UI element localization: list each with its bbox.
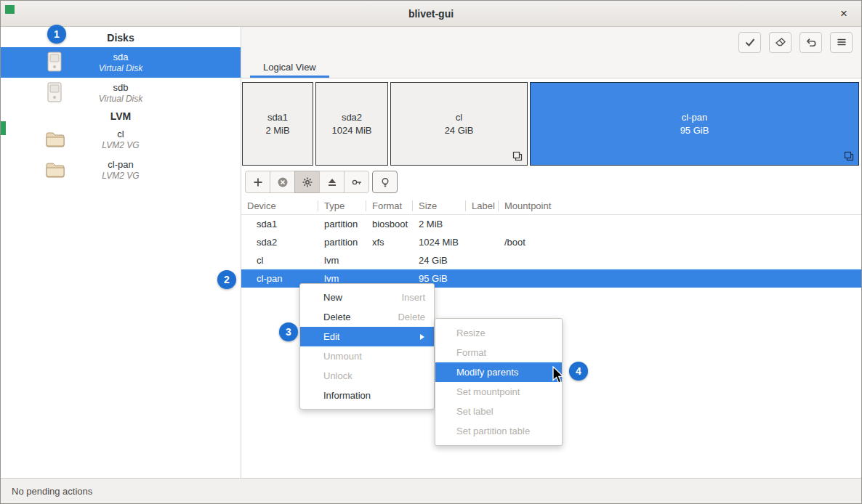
- unmount-button[interactable]: [319, 171, 345, 193]
- cell-device: cl: [241, 255, 318, 266]
- app-body: Disks sda Virtual Disk sdb Virtual Disk …: [1, 27, 861, 478]
- block-name: sda1: [267, 112, 288, 123]
- device-actions-toolbar: [241, 166, 861, 198]
- undo-icon: [805, 36, 817, 48]
- column-header-device[interactable]: Device: [241, 198, 318, 214]
- device-subtitle: Virtual Disk: [1, 63, 241, 73]
- lvm-section-header: LVM: [1, 108, 241, 124]
- annotation-badge-4: 4: [569, 362, 588, 381]
- menu-item-label: Unlock: [323, 370, 353, 381]
- clear-actions-button[interactable]: [769, 32, 791, 53]
- edit-submenu: Resize Format Modify parents Set mountpo…: [435, 318, 563, 446]
- folder-icon: [46, 131, 65, 147]
- menu-item-unmount: Unmount: [300, 346, 434, 366]
- apply-actions-button[interactable]: [738, 32, 761, 53]
- menu-item-delete[interactable]: Delete Delete: [300, 307, 434, 327]
- titlebar[interactable]: blivet-gui ×: [1, 1, 861, 27]
- remove-circle-icon: [277, 176, 289, 188]
- partition-visualization: sda1 2 MiB sda2 1024 MiB cl 24 GiB: [241, 78, 861, 166]
- submenu-item-set-label: Set label: [435, 402, 562, 421]
- delete-device-button[interactable]: [270, 171, 295, 193]
- desktop-fragment: [1, 121, 6, 135]
- menu-item-label: Set label: [456, 406, 494, 417]
- block-size: 95 GiB: [680, 125, 709, 136]
- menu-item-label: Set mountpoint: [456, 386, 520, 397]
- sidebar-item-cl-pan[interactable]: cl-pan LVM2 VG: [1, 155, 241, 185]
- cell-device: sda1: [241, 219, 318, 229]
- view-tabbar: Logical View: [241, 57, 861, 78]
- menu-shortcut: Delete: [398, 312, 425, 322]
- menu-item-label: New: [323, 292, 342, 303]
- cell-size: 95 GiB: [413, 273, 466, 284]
- app-window: blivet-gui × Disks sda Virtual Disk sdb …: [0, 0, 862, 504]
- submenu-item-modify-parents[interactable]: Modify parents: [435, 362, 562, 382]
- block-name: sda2: [342, 112, 362, 123]
- gear-icon: [302, 176, 313, 188]
- menu-item-label: Information: [323, 390, 371, 401]
- plus-icon: [252, 176, 264, 188]
- undo-button[interactable]: [799, 32, 822, 53]
- submenu-item-resize: Resize: [435, 323, 562, 343]
- cell-size: 1024 MiB: [413, 237, 466, 248]
- tab-logical-view[interactable]: Logical View: [250, 57, 329, 78]
- sidebar-item-cl[interactable]: cl LVM2 VG: [1, 124, 241, 155]
- window-title: blivet-gui: [408, 8, 454, 20]
- device-name: cl: [1, 129, 241, 139]
- menu-item-information[interactable]: Information: [300, 386, 434, 405]
- disks-section-header: Disks: [1, 27, 241, 47]
- partition-block-sda2[interactable]: sda2 1024 MiB: [315, 82, 388, 166]
- statusbar: No pending actions: [1, 478, 861, 503]
- menu-item-label: Resize: [456, 328, 486, 338]
- device-subtitle: Virtual Disk: [1, 94, 241, 104]
- menu-item-label: Format: [456, 347, 486, 358]
- menu-item-label: Delete: [323, 312, 351, 322]
- cell-format: biosboot: [366, 219, 413, 229]
- submenu-item-format: Format: [435, 343, 562, 362]
- block-size: 24 GiB: [445, 125, 474, 136]
- column-header-label[interactable]: Label: [466, 198, 499, 214]
- hamburger-menu-icon: [836, 36, 847, 48]
- menu-item-new[interactable]: New Insert: [300, 288, 434, 307]
- edit-device-button[interactable]: [294, 171, 320, 193]
- disk-icon: [46, 82, 63, 104]
- device-name: sda: [1, 52, 241, 62]
- check-icon: [744, 36, 756, 48]
- unlock-button[interactable]: [344, 171, 369, 193]
- sidebar-item-sdb[interactable]: sdb Virtual Disk: [1, 78, 241, 108]
- app-menu-button[interactable]: [830, 32, 853, 53]
- table-header-row: Device Type Format Size Label Mountpoint: [241, 198, 861, 215]
- block-name: cl: [456, 112, 462, 123]
- sidebar-item-sda[interactable]: sda Virtual Disk: [1, 47, 241, 78]
- cell-size: 2 MiB: [413, 219, 466, 229]
- menu-item-label: Edit: [323, 331, 339, 342]
- disk-icon: [46, 52, 63, 73]
- desktop-fragment: [5, 5, 15, 14]
- main-toolbar: [241, 27, 861, 57]
- block-size: 1024 MiB: [332, 125, 372, 136]
- cell-format: xfs: [366, 237, 413, 248]
- cell-mountpoint: /boot: [499, 237, 861, 248]
- info-button[interactable]: [372, 171, 398, 193]
- column-header-type[interactable]: Type: [318, 198, 366, 214]
- column-header-format[interactable]: Format: [366, 198, 413, 214]
- cell-type: partition: [318, 237, 366, 248]
- table-row-sda2[interactable]: sda2 partition xfs 1024 MiB /boot: [241, 233, 861, 251]
- column-header-size[interactable]: Size: [413, 198, 466, 214]
- add-device-button[interactable]: [245, 171, 270, 193]
- menu-item-edit[interactable]: Edit: [300, 327, 434, 346]
- column-header-mountpoint[interactable]: Mountpoint: [499, 198, 861, 214]
- partition-block-cl-pan[interactable]: cl-pan 95 GiB: [530, 82, 859, 166]
- table-row-cl[interactable]: cl lvm 24 GiB: [241, 251, 861, 269]
- partition-block-sda1[interactable]: sda1 2 MiB: [242, 82, 313, 166]
- sidebar: Disks sda Virtual Disk sdb Virtual Disk …: [1, 27, 241, 478]
- vg-overlay-icon: [512, 151, 523, 161]
- device-name: sdb: [1, 82, 241, 93]
- table-row-sda1[interactable]: sda1 partition biosboot 2 MiB: [241, 215, 861, 233]
- submenu-arrow-icon: [419, 333, 425, 341]
- cell-type: lvm: [318, 255, 366, 266]
- menu-shortcut: Insert: [401, 292, 425, 303]
- close-icon[interactable]: ×: [835, 5, 853, 23]
- cell-type: partition: [318, 219, 366, 229]
- partition-block-cl[interactable]: cl 24 GiB: [390, 82, 528, 166]
- submenu-item-set-partition-table: Set partition table: [435, 421, 562, 441]
